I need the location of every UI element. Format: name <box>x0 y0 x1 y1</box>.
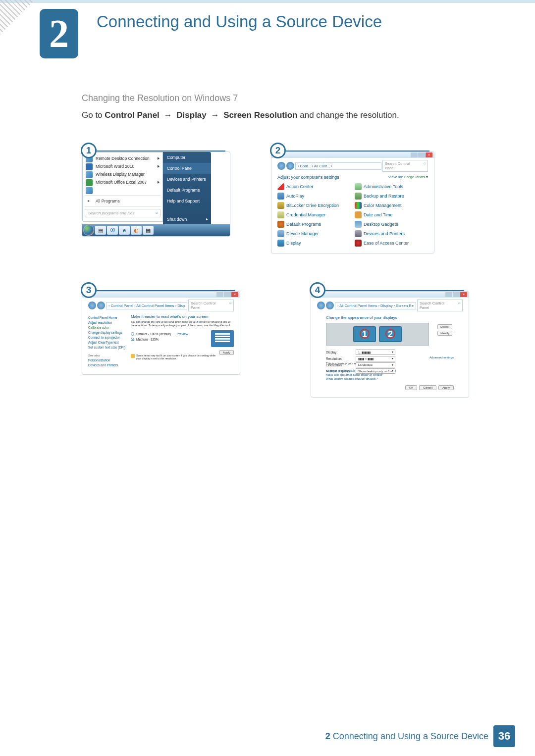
nav-back-icon[interactable] <box>277 162 285 170</box>
step-badge-1: 1 <box>81 143 97 158</box>
submenu-arrow-icon <box>158 181 160 184</box>
cp-item-action-center[interactable]: Action Center <box>277 183 351 191</box>
taskbar: ▤ ⦿ e ◐ ▦ <box>82 224 230 236</box>
nav-fwd-icon[interactable] <box>97 302 105 309</box>
cp-item-bitlocker[interactable]: BitLocker Drive Encryption <box>277 202 351 209</box>
shutdown-button[interactable]: Shut down <box>163 214 211 224</box>
chapter-number: 2 <box>49 11 69 56</box>
taskbar-item[interactable]: ◐ <box>131 226 142 235</box>
search-input[interactable]: Search Control Panel <box>417 300 463 311</box>
apply-button[interactable]: Apply <box>219 350 234 355</box>
display-dropdown[interactable]: 1. ▮▮▮▮▮▮ <box>356 350 395 355</box>
start-right-help[interactable]: Help and Support <box>163 196 211 206</box>
cp-item-credential[interactable]: Credential Manager <box>277 211 351 219</box>
menu-item-excel[interactable]: Microsoft Office Excel 2007 <box>83 178 162 186</box>
start-right-computer[interactable]: Computer <box>163 152 211 163</box>
search-input[interactable]: Search Control Panel <box>188 300 234 311</box>
cp-item-ease-access[interactable]: Ease of Access Center <box>355 239 428 247</box>
cp-item-devices-printers[interactable]: Devices and Printers <box>355 230 428 238</box>
cp-item-default-programs[interactable]: Default Programs <box>277 220 351 228</box>
screenshot-4: 4 × Search Control Panel Change the appe… <box>311 283 469 398</box>
breadcrumb-path[interactable] <box>106 302 187 309</box>
text-size-smaller[interactable]: Smaller - 100% (default) Preview <box>131 332 208 336</box>
tools-icon <box>355 183 362 190</box>
nav-fwd-icon[interactable] <box>326 302 334 309</box>
side-dpi[interactable]: Set custom text size (DPI) <box>88 346 127 349</box>
detect-button[interactable]: Detect <box>437 324 452 329</box>
page-footer: 2 Connecting and Using a Source Device 3… <box>325 725 515 747</box>
viewby-link[interactable]: Large Icons ▾ <box>404 175 428 179</box>
side-dev-print[interactable]: Devices and Printers <box>88 363 127 367</box>
text-size-medium[interactable]: Medium - 125% <box>131 338 208 341</box>
identify-button[interactable]: Identify <box>437 331 452 336</box>
side-personalization[interactable]: Personalization <box>88 358 127 362</box>
cp-item-color[interactable]: Color Management <box>355 202 428 209</box>
step-badge-2: 2 <box>270 143 286 158</box>
printer-icon <box>355 230 362 237</box>
programs-icon <box>277 221 284 228</box>
start-right-control-panel[interactable]: Control Panel <box>163 163 211 174</box>
orientation-dropdown[interactable]: Landscape <box>356 362 395 367</box>
cp-item-admin-tools[interactable]: Administrative Tools <box>355 183 428 191</box>
chapter-title: Connecting and Using a Source Device <box>97 12 382 31</box>
cp-item-display[interactable]: Display <box>277 239 351 247</box>
search-input[interactable]: Search Control Panel <box>382 160 428 172</box>
display-label: Display: <box>326 351 353 354</box>
max-icon[interactable] <box>418 152 425 157</box>
link-which[interactable]: What display settings should I choose? <box>326 377 454 380</box>
cp-item-gadgets[interactable]: Desktop Gadgets <box>355 220 428 228</box>
cp-item-backup[interactable]: Backup and Restore <box>355 192 428 200</box>
cancel-button[interactable]: Cancel <box>419 385 436 390</box>
breadcrumb-path[interactable] <box>335 302 416 309</box>
side-change-disp[interactable]: Change display settings <box>88 331 127 334</box>
taskbar-item[interactable]: ▤ <box>95 226 106 235</box>
side-projector[interactable]: Connect to a projector <box>88 336 127 339</box>
start-search-input[interactable]: Search programs and files <box>85 209 160 217</box>
ease-icon <box>355 240 362 247</box>
close-icon[interactable]: × <box>460 292 467 297</box>
breadcrumb-path[interactable] <box>295 162 381 170</box>
taskbar-item[interactable]: ▦ <box>143 226 154 235</box>
start-right-default[interactable]: Default Programs <box>163 185 211 196</box>
start-right-devices[interactable]: Devices and Printers <box>163 174 211 185</box>
resolution-dropdown[interactable]: ▮▮▮▮ × ▮▮▮▮ <box>356 356 395 361</box>
monitor-2[interactable]: 2 <box>379 326 402 342</box>
gadgets-icon <box>355 221 362 228</box>
max-icon[interactable] <box>224 292 231 297</box>
close-icon[interactable]: × <box>231 292 238 297</box>
all-programs[interactable]: All Programs <box>83 197 162 205</box>
min-icon[interactable] <box>411 152 418 157</box>
monitor-preview: 1 2 Detect Identify <box>326 323 429 346</box>
nav-fwd-icon[interactable] <box>286 162 294 170</box>
step-badge-4: 4 <box>310 282 325 298</box>
display-main-title: Make it easier to read what's on your sc… <box>131 314 234 319</box>
taskbar-item[interactable]: ⦿ <box>107 226 118 235</box>
side-adjust-res[interactable]: Adjust resolution <box>88 321 127 324</box>
highlight-ring-icon <box>360 329 370 339</box>
page-number: 36 <box>493 725 515 747</box>
preview-monitor-icon <box>211 330 234 347</box>
apply-button[interactable]: Apply <box>438 385 454 390</box>
cp-item-device-manager[interactable]: Device Manager <box>277 230 351 238</box>
menu-item-blank[interactable] <box>83 186 162 194</box>
menu-item-wireless[interactable]: Wireless Display Manager <box>83 170 162 178</box>
start-orb-icon[interactable] <box>83 225 94 236</box>
min-icon[interactable] <box>216 292 223 297</box>
cp-item-autoplay[interactable]: AutoPlay <box>277 192 351 200</box>
menu-item-word[interactable]: Microsoft Word 2010 <box>83 162 162 170</box>
taskbar-item-ie[interactable]: e <box>119 226 130 235</box>
cp-item-datetime[interactable]: Date and Time <box>355 211 428 219</box>
monitor-1[interactable]: 1 <box>353 326 376 342</box>
nav-back-icon[interactable] <box>88 302 96 309</box>
close-icon[interactable]: × <box>426 152 432 157</box>
min-icon[interactable] <box>445 292 452 297</box>
ok-button[interactable]: OK <box>405 385 418 390</box>
side-calibrate[interactable]: Calibrate color <box>88 326 127 329</box>
page-top-stripe <box>0 0 535 3</box>
multiple-dropdown[interactable]: Show desktop only on 1 ▾ <box>356 368 395 374</box>
instruction-text: Go to Control Panel → Display → Screen R… <box>82 109 505 121</box>
nav-back-icon[interactable] <box>317 302 325 309</box>
max-icon[interactable] <box>453 292 460 297</box>
side-home[interactable]: Control Panel Home <box>88 316 127 319</box>
side-cleartype[interactable]: Adjust ClearType text <box>88 341 127 344</box>
